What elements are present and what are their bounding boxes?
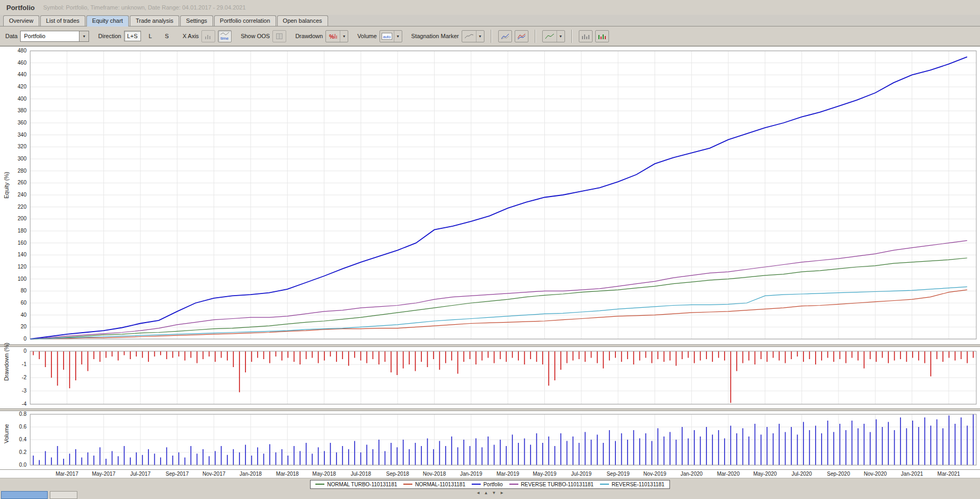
volume-label: Volume — [357, 33, 377, 39]
scroll-arrow-icon[interactable]: ► — [500, 491, 504, 495]
legend-line-marker — [509, 484, 518, 485]
scroll-arrow-icon[interactable]: ▼ — [492, 491, 496, 495]
y-tick-label: 160 — [17, 240, 27, 246]
line-style-dropdown[interactable]: ▼ — [542, 30, 565, 42]
show-oos-button[interactable] — [272, 30, 286, 42]
x-axis-trades-button[interactable] — [201, 30, 215, 42]
chevron-down-icon[interactable]: ▼ — [79, 31, 89, 41]
scroll-arrow-icon[interactable]: ◄ — [476, 491, 480, 495]
x-tick-label: May-2018 — [312, 471, 336, 477]
tab-list-of-trades[interactable]: List of trades — [40, 15, 85, 26]
x-tick-label: Sep-2019 — [606, 471, 629, 477]
legend-item[interactable]: REVERSE TURBO-110131181 — [509, 482, 594, 487]
tab-bar: Overview List of trades Equity chart Tra… — [0, 15, 980, 26]
y-tick-label: 120 — [17, 264, 27, 270]
data-source-dropdown[interactable]: Portfolio ▼ — [20, 31, 89, 42]
x-tick-label: Mar-2017 — [56, 471, 78, 477]
histogram-button[interactable] — [579, 30, 593, 42]
legend-line-marker — [315, 484, 324, 485]
equity-compare-button[interactable] — [515, 30, 528, 42]
x-axis-time-button[interactable]: time — [218, 30, 232, 42]
y-tick-label: 260 — [17, 180, 27, 185]
y-tick-label: -3 — [22, 388, 27, 394]
x-tick-label: Jan-2019 — [460, 471, 482, 477]
y-tick-label: 180 — [17, 228, 27, 234]
legend-label: NORMAL-110131181 — [415, 482, 465, 487]
y-tick-label: 220 — [17, 204, 27, 210]
legend-line-marker — [403, 484, 412, 485]
y-tick-label: 60 — [21, 300, 27, 306]
chart-legend: NORMAL TURBO-110131181NORMAL-110131181Po… — [310, 480, 669, 489]
volume-chart-panel: Volume 0.00.20.40.60.8 — [0, 411, 980, 470]
y-tick-label: 420 — [17, 84, 27, 90]
chevron-down-icon[interactable]: ▼ — [476, 31, 484, 42]
y-tick-label: 40 — [21, 312, 27, 318]
tab-overview[interactable]: Overview — [3, 15, 39, 26]
y-tick-label: 100 — [17, 276, 27, 282]
chevron-down-icon[interactable]: ▼ — [394, 31, 402, 42]
equity-chart-panel: Equity (%) 02040608010012014016018020022… — [0, 46, 980, 345]
legend-item[interactable]: NORMAL-110131181 — [403, 482, 465, 487]
profit-loss-bars-button[interactable] — [595, 30, 609, 42]
x-tick-label: Sep-2017 — [166, 471, 189, 477]
gray-candles-icon — [581, 33, 590, 40]
page-title: Portfolio — [6, 4, 34, 12]
x-tick-label: Sep-2020 — [827, 471, 850, 477]
legend-label: REVERSE-110131181 — [612, 482, 665, 487]
series-line-portfolio — [30, 57, 967, 339]
x-tick-label: Mar-2019 — [497, 471, 519, 477]
legend-item[interactable]: Portfolio — [472, 482, 503, 487]
x-tick-label: Mar-2021 — [938, 471, 960, 477]
equity-lines-button[interactable] — [498, 30, 512, 42]
drawdown-chart[interactable]: 0-1-2-3-4 — [0, 347, 980, 409]
x-axis-label: X Axis — [183, 33, 199, 39]
y-tick-label: 200 — [17, 216, 27, 221]
y-tick-label: -4 — [22, 401, 27, 407]
x-tick-label: May-2019 — [533, 471, 556, 477]
scroll-arrow-icon[interactable]: ▲ — [484, 491, 488, 495]
equity-chart[interactable]: 0204060801001201401601802002202402602803… — [0, 47, 980, 345]
tab-open-balances[interactable]: Open balances — [277, 15, 328, 26]
y-tick-label: 140 — [17, 252, 27, 257]
background-window-fragment — [1, 491, 48, 499]
chevron-down-icon[interactable]: ▼ — [557, 31, 564, 42]
volume-mode-dropdown[interactable]: auto ▼ — [379, 30, 402, 42]
chart-scroll-controls[interactable]: ◄▲▼► — [476, 491, 504, 495]
tab-settings[interactable]: Settings — [180, 15, 213, 26]
toolbar-separator — [535, 30, 536, 43]
y-tick-label: 0.0 — [19, 462, 27, 468]
blue-line-chart-icon — [501, 33, 509, 40]
bars-icon — [205, 33, 212, 40]
x-tick-label: Jan-2018 — [240, 471, 262, 477]
direction-short-button[interactable]: S — [160, 31, 174, 41]
chevron-down-icon[interactable]: ▼ — [340, 31, 348, 42]
y-tick-label: 280 — [17, 168, 27, 174]
legend-label: Portfolio — [483, 482, 503, 487]
legend-label: REVERSE TURBO-110131181 — [521, 482, 594, 487]
equity-axis-title: Equity (%) — [3, 172, 10, 199]
tab-trade-analysis[interactable]: Trade analysis — [130, 15, 179, 26]
tab-equity-chart[interactable]: Equity chart — [86, 15, 129, 26]
x-tick-label: May-2020 — [753, 471, 776, 477]
legend-line-marker — [472, 484, 481, 485]
direction-long-button[interactable]: L — [144, 31, 157, 41]
y-tick-label: 0.2 — [19, 449, 27, 455]
direction-ls-button[interactable]: L+S — [124, 31, 141, 41]
toolbar-separator — [491, 30, 492, 43]
legend-item[interactable]: NORMAL TURBO-110131181 — [315, 482, 397, 487]
legend-item[interactable]: REVERSE-110131181 — [600, 482, 665, 487]
time-icon: time — [219, 31, 230, 41]
y-tick-label: 0.6 — [19, 424, 27, 430]
direction-label: Direction — [98, 33, 121, 39]
oos-marker-icon — [276, 33, 283, 40]
title-bar: Portfolio Symbol: Portfolio, Timeframe: … — [0, 0, 980, 15]
y-tick-label: 480 — [17, 48, 27, 54]
volume-chart[interactable]: 0.00.20.40.60.8 — [0, 411, 980, 470]
bottom-strip: ◄▲▼► — [0, 490, 980, 499]
stagnation-marker-dropdown[interactable]: ▼ — [462, 30, 484, 42]
x-tick-label: Mar-2018 — [276, 471, 299, 477]
y-tick-label: 400 — [17, 96, 27, 102]
drawdown-mode-dropdown[interactable]: % ▼ — [325, 30, 348, 42]
tab-portfolio-correlation[interactable]: Portfolio correlation — [214, 15, 276, 26]
y-tick-label: 0.4 — [19, 436, 27, 442]
